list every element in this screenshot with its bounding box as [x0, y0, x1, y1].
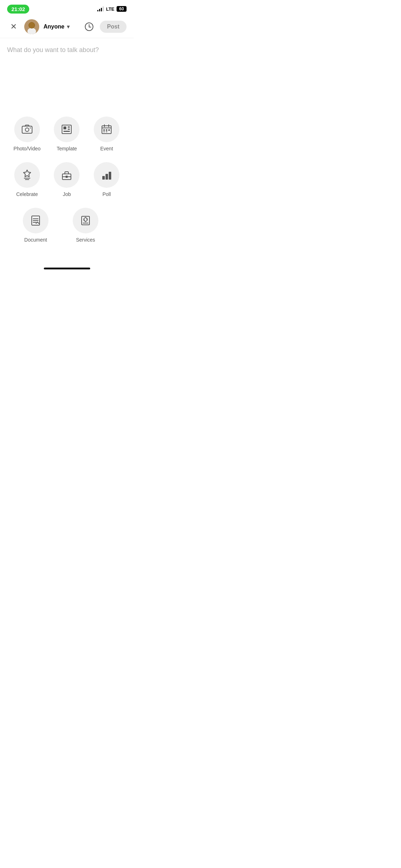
svg-point-8 [25, 128, 29, 131]
clock-icon [84, 22, 94, 31]
event-icon [101, 123, 113, 135]
action-circle-job [54, 162, 79, 188]
photo-icon [21, 123, 33, 135]
svg-rect-11 [63, 126, 66, 129]
action-label-poll: Poll [102, 191, 110, 197]
actions-row-2: Celebrate Job [7, 162, 127, 197]
action-job[interactable]: Job [49, 162, 84, 197]
action-template[interactable]: Template [49, 117, 84, 151]
action-label-document: Document [24, 237, 47, 243]
dropdown-arrow-icon: ▼ [66, 24, 71, 30]
action-circle-services [73, 208, 98, 233]
job-icon [61, 169, 73, 181]
template-icon [61, 123, 73, 135]
signal-bars-icon [97, 6, 104, 11]
action-event[interactable]: Event [89, 117, 124, 151]
action-celebrate[interactable]: Celebrate [9, 162, 45, 197]
svg-rect-14 [63, 131, 70, 132]
actions-row-3: Document Services [7, 208, 127, 243]
svg-rect-22 [103, 131, 105, 132]
composer-placeholder: What do you want to talk about? [7, 46, 99, 53]
action-label-job: Job [63, 191, 71, 197]
composer-area[interactable]: What do you want to talk about? [0, 38, 134, 109]
close-icon: ✕ [10, 23, 17, 31]
svg-rect-30 [102, 176, 105, 180]
avatar [24, 19, 39, 34]
action-services[interactable]: Services [68, 208, 103, 243]
home-bar [44, 268, 90, 269]
battery-indicator: 60 [117, 6, 127, 12]
svg-rect-19 [103, 129, 105, 131]
action-circle-celebrate [14, 162, 40, 188]
action-document[interactable]: Document [18, 208, 53, 243]
celebrate-icon [21, 169, 33, 181]
action-circle-photo [14, 117, 40, 142]
document-icon [30, 215, 42, 227]
post-header: ✕ Anyone ▼ Post [0, 16, 134, 38]
svg-rect-32 [109, 172, 111, 180]
action-label-celebrate: Celebrate [16, 191, 38, 197]
action-photo-video[interactable]: Photo/Video [9, 117, 45, 151]
action-label-photo-video: Photo/Video [14, 146, 41, 151]
svg-rect-10 [62, 125, 71, 134]
svg-rect-7 [22, 126, 32, 133]
svg-rect-31 [106, 174, 108, 180]
svg-point-9 [30, 128, 31, 129]
svg-rect-21 [108, 129, 110, 131]
avatar-image [24, 19, 39, 34]
audience-label: Anyone [43, 24, 65, 30]
schedule-button[interactable] [83, 20, 96, 33]
poll-icon [101, 169, 113, 181]
svg-rect-20 [106, 129, 107, 131]
actions-grid: Photo/Video Template [0, 109, 134, 264]
action-circle-template [54, 117, 79, 142]
action-circle-poll [94, 162, 119, 188]
svg-point-3 [29, 22, 35, 28]
action-poll[interactable]: Poll [89, 162, 124, 197]
close-button[interactable]: ✕ [7, 20, 20, 33]
status-bar: 21:02 LTE 60 [0, 0, 134, 16]
status-time: 21:02 [7, 5, 29, 14]
actions-row-1: Photo/Video Template [7, 117, 127, 151]
home-indicator [0, 264, 134, 277]
services-icon [79, 215, 92, 227]
action-label-template: Template [57, 146, 77, 151]
action-circle-document [23, 208, 48, 233]
action-circle-event [94, 117, 119, 142]
post-button[interactable]: Post [100, 21, 127, 33]
svg-rect-13 [68, 129, 70, 130]
svg-rect-23 [106, 131, 107, 132]
audience-selector[interactable]: Anyone ▼ [43, 24, 71, 30]
svg-rect-12 [68, 126, 70, 128]
action-label-event: Event [100, 146, 113, 151]
action-label-services: Services [76, 237, 95, 243]
lte-label: LTE [106, 6, 114, 12]
status-right: LTE 60 [97, 6, 127, 12]
